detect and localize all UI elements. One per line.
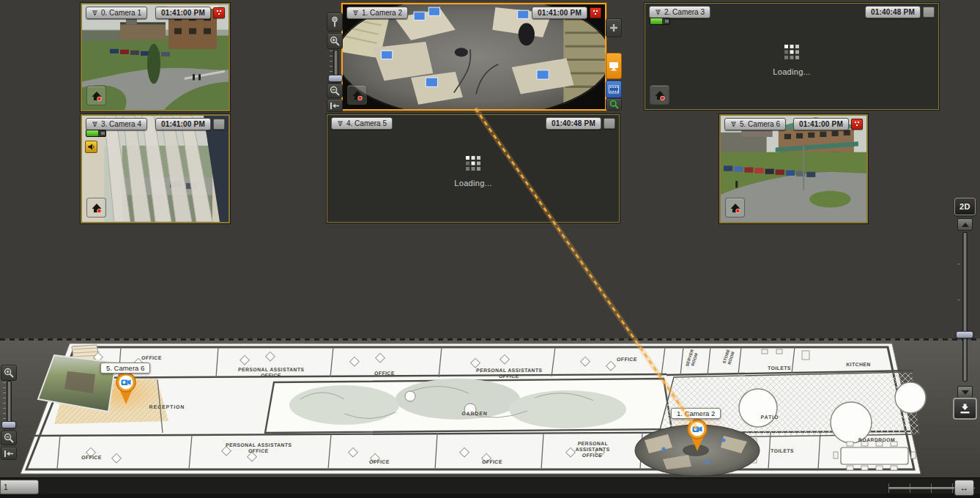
stream-progress-indicator bbox=[86, 130, 106, 137]
idle-badge bbox=[923, 7, 935, 18]
event-house-icon bbox=[91, 202, 103, 214]
map-zoom-out-button[interactable] bbox=[1, 431, 17, 445]
zoom-out-button[interactable] bbox=[327, 83, 343, 98]
arrow-down-to-bar-icon bbox=[959, 404, 971, 415]
camera-1-scene bbox=[343, 4, 605, 109]
recording-badge bbox=[590, 7, 601, 18]
camera-menu-chip[interactable]: 3. Camera 4 bbox=[86, 118, 147, 130]
room-label: RECEPTION bbox=[149, 404, 185, 410]
event-house-button[interactable] bbox=[650, 85, 669, 105]
timestamp-chip: 01:41:00 PM bbox=[155, 7, 211, 19]
camera-menu-icon bbox=[337, 121, 344, 127]
event-house-icon bbox=[352, 89, 363, 101]
event-house-icon bbox=[91, 90, 103, 102]
live-view-monitor-icon bbox=[609, 62, 619, 71]
room-label: BOARDROOM bbox=[858, 437, 896, 443]
reset-zoom-icon bbox=[330, 102, 340, 110]
map-reset-zoom-button[interactable] bbox=[1, 447, 17, 460]
room-label: GARDEN bbox=[461, 411, 488, 417]
map-navigation-bar: 1 ↔ bbox=[0, 477, 980, 498]
zoom-in-button[interactable] bbox=[327, 33, 343, 49]
event-house-icon bbox=[654, 89, 666, 101]
smart-search-icon bbox=[609, 100, 619, 109]
loading-spinner-icon bbox=[465, 155, 481, 171]
map-marker-label[interactable]: 1. Camera 2 bbox=[671, 408, 721, 419]
scroll-up-button[interactable] bbox=[957, 218, 973, 231]
event-house-button[interactable] bbox=[347, 85, 367, 105]
map-camera-marker-6[interactable] bbox=[114, 371, 138, 408]
room-label: PERSONAL ASSISTANTS OFFICE bbox=[575, 441, 610, 458]
loading-indicator: Loading... bbox=[327, 155, 619, 187]
camera-menu-chip[interactable]: 2. Camera 3 bbox=[649, 6, 710, 18]
camera-menu-chip[interactable]: 0. Camera 1 bbox=[86, 7, 147, 19]
camera-menu-icon bbox=[730, 122, 737, 127]
surveillance-client-window: 0. Camera 1 01:41:00 PM bbox=[0, 0, 980, 498]
event-house-button[interactable] bbox=[725, 198, 745, 218]
camera-1-video bbox=[343, 4, 605, 109]
room-label: PATIO bbox=[760, 415, 779, 420]
room-label: OFFICE bbox=[374, 371, 395, 376]
camera-menu-icon bbox=[92, 122, 98, 127]
timestamp-chip: 01:41:00 PM bbox=[532, 7, 587, 19]
room-label: OFFICE bbox=[617, 357, 637, 363]
camera-marker-pin-icon bbox=[686, 418, 709, 452]
map-zoom-in-button[interactable] bbox=[1, 365, 17, 381]
camera-menu-chip[interactable]: 4. Camera 5 bbox=[331, 117, 393, 130]
event-house-button[interactable] bbox=[86, 198, 106, 218]
room-label: PERSONAL ASSISTANTS OFFICE bbox=[475, 368, 542, 379]
camera-tile-3[interactable]: 3. Camera 4 01:41:00 PM bbox=[81, 114, 230, 223]
camera-map-splitter bbox=[0, 338, 980, 341]
loading-spinner-icon bbox=[784, 44, 800, 60]
camera-marker-pin-icon bbox=[114, 371, 138, 405]
camera-tile-5[interactable]: 5. Camera 6 01:41:00 PM bbox=[719, 114, 868, 223]
camera-menu-icon bbox=[655, 10, 661, 15]
camera-tile-0[interactable]: 0. Camera 1 01:41:00 PM bbox=[81, 3, 230, 111]
room-label: OFFICE bbox=[369, 459, 390, 465]
h-slider-thumb[interactable]: ↔ bbox=[954, 480, 974, 496]
zoom-slider-thumb[interactable] bbox=[328, 75, 343, 82]
add-view-icon bbox=[609, 23, 618, 32]
recording-badge bbox=[851, 119, 863, 130]
speaker-icon bbox=[87, 143, 95, 151]
audio-button[interactable] bbox=[85, 141, 97, 153]
camera-title: 0. Camera 1 bbox=[101, 7, 141, 18]
zoom-in-icon bbox=[4, 368, 14, 378]
event-house-button[interactable] bbox=[86, 86, 106, 105]
vertical-splitter-track[interactable] bbox=[962, 232, 968, 382]
add-view-button[interactable] bbox=[606, 18, 622, 37]
map-zoom-slider-thumb[interactable] bbox=[1, 421, 16, 428]
map-2d-mode-button[interactable]: 2D bbox=[954, 198, 976, 215]
camera-tile-2[interactable]: 2. Camera 3 01:40:48 PM Loading... bbox=[645, 3, 939, 110]
room-label: PERSONAL ASSISTANTS OFFICE bbox=[225, 442, 292, 454]
timestamp-chip: 01:40:48 PM bbox=[546, 117, 601, 130]
camera-title: 4. Camera 5 bbox=[346, 118, 387, 129]
timestamp-chip: 01:41:00 PM bbox=[155, 118, 211, 130]
scroll-down-button[interactable] bbox=[957, 386, 973, 398]
stream-progress-indicator bbox=[650, 18, 670, 25]
event-house-icon bbox=[730, 202, 741, 214]
map-marker-label[interactable]: 5. Camera 6 bbox=[100, 363, 150, 374]
room-label: TOILETS bbox=[771, 448, 794, 454]
camera-menu-chip[interactable]: 1. Camera 2 bbox=[346, 7, 408, 19]
camera-tile-4[interactable]: 4. Camera 5 01:40:48 PM Loading... bbox=[327, 114, 620, 223]
camera-title: 2. Camera 3 bbox=[664, 7, 705, 18]
vertical-splitter-thumb[interactable] bbox=[956, 331, 973, 338]
map-surface[interactable]: OFFICE PERSONAL ASSISTANTS OFFICE OFFICE… bbox=[0, 341, 980, 477]
playback-button[interactable] bbox=[606, 81, 622, 98]
map-pin-tool-button[interactable] bbox=[327, 12, 343, 31]
reset-zoom-button[interactable] bbox=[327, 99, 343, 112]
collapse-map-panel-button[interactable] bbox=[953, 398, 977, 420]
floor-tab-1[interactable]: 1 bbox=[0, 480, 39, 494]
timestamp-chip: 01:40:48 PM bbox=[865, 6, 921, 18]
camera-title: 5. Camera 6 bbox=[740, 119, 780, 130]
camera-title: 3. Camera 4 bbox=[101, 119, 141, 130]
camera-menu-chip[interactable]: 5. Camera 6 bbox=[724, 118, 786, 130]
live-view-button[interactable] bbox=[606, 53, 622, 79]
loading-text: Loading... bbox=[645, 67, 938, 76]
loading-text: Loading... bbox=[327, 179, 619, 187]
smart-search-button[interactable] bbox=[606, 98, 622, 111]
camera-tile-1[interactable]: 1. Camera 2 01:41:00 PM bbox=[341, 3, 606, 111]
map-camera-marker-2[interactable] bbox=[686, 418, 709, 455]
camera-title: 1. Camera 2 bbox=[362, 7, 402, 18]
reset-zoom-icon bbox=[4, 450, 14, 458]
